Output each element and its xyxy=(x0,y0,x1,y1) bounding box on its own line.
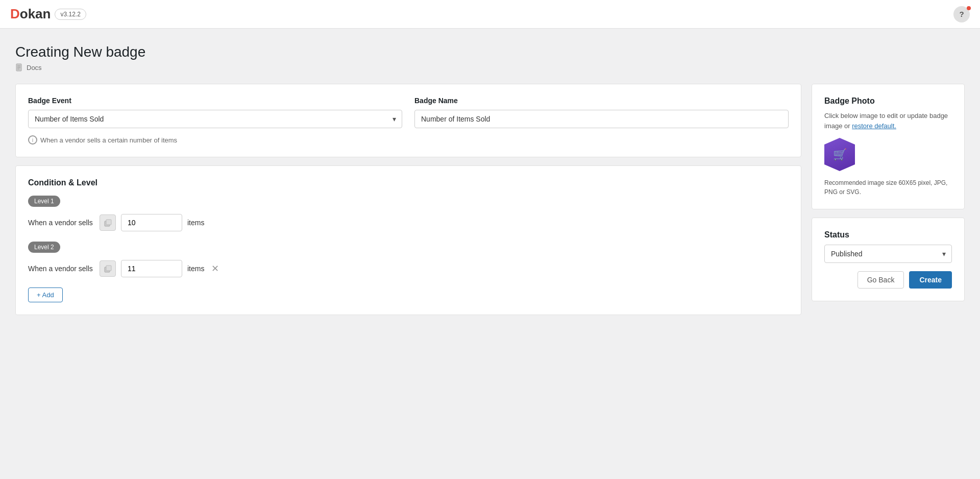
logo-d: D xyxy=(10,6,20,21)
badge-photo-card: Badge Photo Click below image to edit or… xyxy=(812,84,965,209)
badge-basket-icon: 🛒 xyxy=(833,148,847,161)
svg-rect-7 xyxy=(106,266,111,271)
create-button[interactable]: Create xyxy=(909,271,952,289)
level-1-suffix: items xyxy=(187,219,204,227)
level-2-suffix: items xyxy=(187,265,204,273)
add-level-button[interactable]: + Add xyxy=(28,288,63,302)
image-recommendation: Recommended image size 60X65 pixel, JPG,… xyxy=(824,178,952,197)
status-title: Status xyxy=(824,230,952,240)
condition-level-card: Condition & Level Level 1 When a vendor … xyxy=(15,165,801,315)
logo-okan: okan xyxy=(20,6,51,21)
docs-icon xyxy=(15,63,23,71)
hint-row: i When a vendor sells a certain number o… xyxy=(28,135,789,145)
level-2-prefix: When a vendor sells xyxy=(28,265,94,273)
badge-name-label: Badge Name xyxy=(414,97,789,105)
sidebar: Badge Photo Click below image to edit or… xyxy=(812,84,965,301)
hint-text: When a vendor sells a certain number of … xyxy=(40,136,177,144)
logo: Dokan v3.12.2 xyxy=(10,6,86,22)
condition-title: Condition & Level xyxy=(28,178,789,187)
level-2-value-input[interactable] xyxy=(121,260,182,277)
page-content: Creating New badge Docs Badge Event Numb… xyxy=(0,29,980,330)
level-2-badge: Level 2 xyxy=(28,242,60,253)
badge-event-field: Badge Event Number of Items Sold Number … xyxy=(28,97,402,128)
badge-name-field: Badge Name xyxy=(414,97,789,128)
status-select[interactable]: Published Draft xyxy=(824,245,952,263)
level-1-prefix: When a vendor sells xyxy=(28,219,94,227)
badge-photo-image[interactable]: 🛒 xyxy=(824,138,855,171)
badge-fields-row: Badge Event Number of Items Sold Number … xyxy=(28,97,789,128)
info-icon: i xyxy=(28,135,37,145)
restore-default-link[interactable]: restore default. xyxy=(852,122,896,130)
level-1-row: When a vendor sells items xyxy=(28,214,789,231)
page-title: Creating New badge xyxy=(15,44,965,60)
level-2-row: When a vendor sells items ✕ xyxy=(28,260,789,277)
header: Dokan v3.12.2 ? xyxy=(0,0,980,29)
version-badge: v3.12.2 xyxy=(55,9,86,20)
badge-event-select[interactable]: Number of Items Sold Number of Orders To… xyxy=(28,110,402,128)
badge-event-select-wrapper: Number of Items Sold Number of Orders To… xyxy=(28,110,402,128)
help-notification-dot xyxy=(967,6,971,10)
breadcrumb: Docs xyxy=(15,63,965,71)
badge-photo-desc: Click below image to edit or update badg… xyxy=(824,111,952,131)
level-1-value-input[interactable] xyxy=(121,214,182,231)
badge-photo-title: Badge Photo xyxy=(824,97,952,106)
svg-rect-5 xyxy=(106,220,111,225)
status-card: Status Published Draft ▾ Go Back Create xyxy=(812,218,965,301)
action-buttons: Go Back Create xyxy=(824,271,952,289)
badge-name-input[interactable] xyxy=(414,110,789,128)
level-1-badge: Level 1 xyxy=(28,196,60,207)
level-2-remove-button[interactable]: ✕ xyxy=(209,264,221,273)
breadcrumb-docs[interactable]: Docs xyxy=(27,64,42,71)
status-select-wrapper: Published Draft ▾ xyxy=(824,245,952,263)
go-back-button[interactable]: Go Back xyxy=(857,271,904,289)
badge-event-label: Badge Event xyxy=(28,97,402,105)
level-2-cube-icon xyxy=(100,260,116,277)
main-content: Badge Event Number of Items Sold Number … xyxy=(15,84,801,315)
content-layout: Badge Event Number of Items Sold Number … xyxy=(15,84,965,315)
level-1-cube-icon xyxy=(100,214,116,231)
badge-event-card: Badge Event Number of Items Sold Number … xyxy=(15,84,801,157)
